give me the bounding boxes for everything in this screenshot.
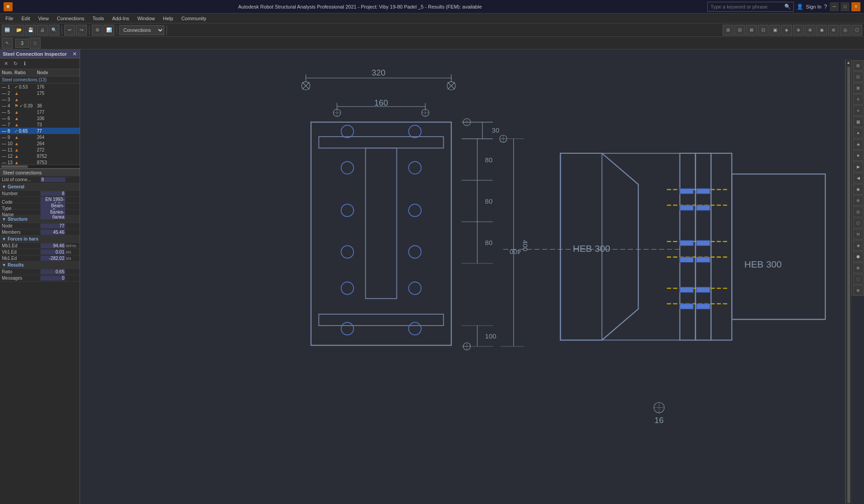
rt-btn-10[interactable]: ▶ <box>853 161 864 172</box>
toolbar2-check[interactable]: □ <box>30 38 40 49</box>
section-results[interactable]: ▼ Results <box>0 262 80 269</box>
toolbar-zoom[interactable]: 🔍 <box>49 25 59 36</box>
toolbar-view11[interactable]: ◎ <box>840 25 850 36</box>
conn-row-8[interactable]: — 8 ✓ 0.65 77 <box>0 128 80 134</box>
rt-btn-17[interactable]: ◈ <box>853 240 864 251</box>
menubar-help[interactable]: Help <box>159 15 177 22</box>
conn-row-7[interactable]: — 7 ▲ 73 <box>0 121 80 128</box>
toolbar-view8[interactable]: ⊗ <box>805 25 815 36</box>
sign-in-label[interactable]: Sign In <box>806 4 821 9</box>
search-input[interactable] <box>711 4 783 9</box>
conn-row-12[interactable]: — 12 ▲ 8752 <box>0 153 80 159</box>
dim-400-label: 400 <box>522 240 529 251</box>
toolbar-save[interactable]: 💾 <box>25 25 36 36</box>
conn-scrollbar[interactable] <box>0 165 80 168</box>
toolbar-redo[interactable]: ↪ <box>76 25 87 36</box>
section-general[interactable]: ▼ General <box>0 183 80 191</box>
rt-btn-12[interactable]: ◉ <box>853 184 864 195</box>
row7-icon: ▲ <box>14 122 37 127</box>
rt-btn-13[interactable]: ⊛ <box>853 195 864 206</box>
rt-btn-2[interactable]: ⊡ <box>853 71 864 82</box>
toolbar2-cursor[interactable]: ↖ <box>2 38 13 49</box>
conn-row-13[interactable]: — 13 ▲ 8753 <box>0 159 80 165</box>
conn-row-3[interactable]: — 3 ▲ <box>0 96 80 103</box>
insp-info-icon[interactable]: ℹ <box>21 60 29 68</box>
rt-btn-19[interactable]: ⊕ <box>853 263 864 273</box>
menubar-tools[interactable]: Tools <box>89 15 108 22</box>
toolbar-view7[interactable]: ⊕ <box>793 25 804 36</box>
steel-connections-tab[interactable]: Steel connections <box>0 168 80 176</box>
v-scroll-thumb[interactable] <box>847 67 850 503</box>
menubar-addins[interactable]: Add-Ins <box>108 15 133 22</box>
toolbar-view5[interactable]: ▣ <box>770 25 780 36</box>
menubar-community[interactable]: Community <box>178 15 210 22</box>
row5-num: — 5 <box>2 110 14 115</box>
toolbar-view12[interactable]: ⬡ <box>851 25 862 36</box>
close-button[interactable]: ✕ <box>851 2 860 11</box>
v-scroll-up[interactable]: ▲ <box>846 59 852 66</box>
rt-btn-16[interactable]: H <box>853 229 864 240</box>
rt-btn-6[interactable]: ▦ <box>853 116 864 127</box>
toolbar-print[interactable]: 🖨 <box>37 25 48 36</box>
conn-row-5[interactable]: — 5 ▲ 177 <box>0 109 80 115</box>
toolbar-view2[interactable]: ⊟ <box>734 25 745 36</box>
rt-btn-7[interactable]: ● <box>853 128 864 138</box>
section-general-expand-icon: ▼ <box>2 184 6 189</box>
help-icon[interactable]: ? <box>824 4 827 10</box>
scroll-thumb[interactable] <box>1 165 28 168</box>
toolbar-calc[interactable]: ⚙ <box>92 25 103 36</box>
menubar-connections[interactable]: Connections <box>53 15 88 22</box>
maximize-button[interactable]: □ <box>841 2 850 11</box>
toolbar-open[interactable]: 📂 <box>14 25 24 36</box>
toolbar-view6[interactable]: ◈ <box>781 25 792 36</box>
toolbar-connections-dropdown[interactable]: Connections <box>119 25 164 35</box>
conn-row-1[interactable]: — 1 ✓ 0.53 176 <box>0 84 80 90</box>
toolbar-view1[interactable]: ⊞ <box>723 25 734 36</box>
rt-btn-20[interactable]: ◌ <box>853 274 864 285</box>
menubar-edit[interactable]: Edit <box>18 15 34 22</box>
rt-btn-14[interactable]: ◎ <box>853 206 864 217</box>
conn-row-4[interactable]: — 4 ⚑✓ 0.39 38 <box>0 103 80 109</box>
rt-btn-21[interactable]: ⊗ <box>853 285 864 296</box>
conn-row-6[interactable]: — 6 ▲ 106 <box>0 115 80 121</box>
rt-btn-9[interactable]: ★ <box>853 150 864 161</box>
dim-30: 30 <box>492 126 500 134</box>
svg-rect-87 <box>697 287 710 293</box>
toolbar-new[interactable]: 🆕 <box>2 25 13 36</box>
toolbar-view4[interactable]: ⊡ <box>758 25 769 36</box>
toolbar-view3[interactable]: ⊠ <box>746 25 757 36</box>
rt-btn-4[interactable]: ≡ <box>853 94 864 105</box>
conn-row-2[interactable]: — 2 ▲ 175 <box>0 90 80 96</box>
conn-row-9[interactable]: — 9 ▲ 264 <box>0 134 80 140</box>
number-input[interactable] <box>15 39 29 48</box>
row7-node: 73 <box>37 122 78 127</box>
prop-members-label: Members <box>0 230 40 235</box>
menubar-view[interactable]: View <box>35 15 53 22</box>
toolbar-undo[interactable]: ↩ <box>64 25 75 36</box>
inspector-close-button[interactable]: ✕ <box>72 51 77 57</box>
conn-row-10[interactable]: — 10 ▲ 264 <box>0 140 80 147</box>
minimize-button[interactable]: ─ <box>830 2 839 11</box>
conn-row-11[interactable]: — 11 ▲ 272 <box>0 147 80 153</box>
v-scrollbar[interactable]: ▲ ▼ <box>845 59 851 504</box>
row6-node: 106 <box>37 116 78 121</box>
rt-btn-1[interactable]: ⊞ <box>853 60 864 71</box>
prop-nb1-value: -282.02 <box>40 256 65 261</box>
rt-btn-3[interactable]: ⊠ <box>853 83 864 94</box>
rt-btn-8[interactable]: ◈ <box>853 139 864 150</box>
menubar-window[interactable]: Window <box>134 15 158 22</box>
insp-refresh-icon[interactable]: ↻ <box>11 60 19 68</box>
toolbar-view9[interactable]: ◉ <box>816 25 827 36</box>
toolbar-results[interactable]: 📊 <box>104 25 114 36</box>
rt-btn-15[interactable]: ⬡ <box>853 218 864 228</box>
menubar-file[interactable]: File <box>2 15 17 22</box>
rt-btn-5[interactable]: ≡ <box>853 105 864 116</box>
toolbar-view10[interactable]: ⊛ <box>828 25 839 36</box>
rt-btn-11[interactable]: ◀ <box>853 173 864 183</box>
rt-btn-18[interactable]: ⬢ <box>853 251 864 262</box>
svg-rect-88 <box>680 304 693 309</box>
section-forces[interactable]: ▼ Forces in bars <box>0 236 80 243</box>
search-box[interactable]: 🔍 <box>707 2 794 12</box>
svg-rect-80 <box>680 205 693 210</box>
insp-close-icon[interactable]: ✕ <box>2 60 10 68</box>
